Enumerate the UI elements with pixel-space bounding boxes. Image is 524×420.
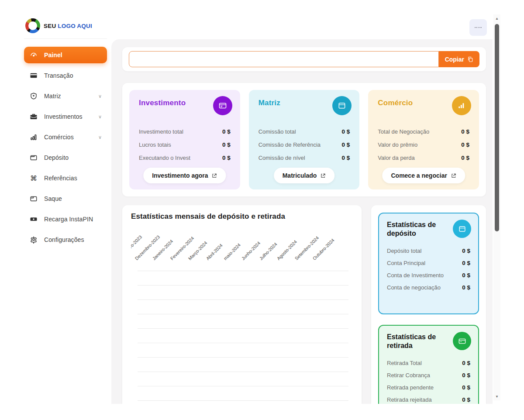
stat-row: Comissão total0 $ [259, 128, 350, 135]
x-axis-label: Abril-2024 [205, 243, 223, 261]
bar-chart-icon [29, 133, 38, 141]
external-link-icon [320, 173, 326, 179]
stat-value: 0 $ [461, 128, 469, 135]
sidebar-item-referencias[interactable]: ⌘ Referências [24, 170, 107, 186]
sidebar-item-label: Depósito [44, 154, 69, 161]
sidebar-item-label: Referências [44, 175, 77, 182]
copy-icon [467, 56, 473, 62]
sidebar-item-recarga-instapin[interactable]: Recarga InstaPIN [24, 211, 107, 227]
calendar-card-icon [453, 220, 471, 238]
wallet-icon [29, 153, 38, 162]
page-scrollbar[interactable]: ▲ ▼ [493, 14, 500, 400]
sidebar-divider [24, 38, 107, 39]
stat-label: Comissão total [259, 128, 296, 135]
stat-row: Retirada rejeitada0 $ [387, 396, 470, 403]
sidebar-item-label: Matriz [44, 93, 61, 100]
scroll-down-arrow-icon[interactable]: ▼ [493, 393, 500, 399]
brand-logo-text: SEU LOGO AQUI [44, 23, 92, 29]
credit-card-icon [213, 96, 232, 115]
sidebar: Painel Transação Matriz ∨ Investimentos [0, 39, 111, 420]
monthly-stats-chart: Estatísticas mensais de depósito e retir… [122, 205, 362, 404]
copy-button-label: Copiar [445, 56, 464, 63]
sidebar-item-label: Saque [44, 195, 62, 202]
scrollbar-thumb[interactable] [495, 24, 499, 231]
stat-label: Comissão de Referência [259, 141, 321, 148]
start-trading-button[interactable]: Comece a negociar [382, 168, 465, 183]
stat-value: 0 $ [462, 260, 470, 266]
stat-label: Retirada rejeitada [387, 396, 432, 403]
sidebar-item-label: Painel [44, 52, 62, 59]
sidebar-item-configuracoes[interactable]: Configurações [24, 231, 107, 248]
app-window: SEU LOGO AQUI Painel Transação [0, 0, 524, 420]
stat-row: Retirada Total0 $ [387, 360, 470, 366]
stat-row: Comissão de Referência0 $ [259, 141, 350, 148]
button-label: Investimento agora [152, 172, 208, 179]
gauge-icon [29, 51, 38, 59]
sidebar-item-investimentos[interactable]: Investimentos ∨ [24, 108, 107, 125]
stat-row: Retirar Cobrança0 $ [387, 372, 470, 379]
stat-label: Executando o Invest [139, 155, 190, 161]
sidebar-item-saque[interactable]: Saque [24, 190, 107, 207]
stat-label: Conta de negociação [387, 284, 441, 291]
invest-now-button[interactable]: Investimento agora [143, 168, 226, 183]
main-content: Copiar Investimento Investimento total0 … [111, 39, 493, 404]
header-menu-button[interactable] [469, 19, 487, 36]
stat-label: Comissão de nível [259, 155, 305, 161]
chevron-down-icon: ∨ [98, 114, 102, 120]
stat-row: Lucros totais0 $ [139, 141, 231, 148]
stat-label: Investimento total [139, 128, 183, 135]
stat-row: Total de Negociação0 $ [378, 128, 469, 135]
stat-row: Comissão de nível0 $ [259, 155, 350, 161]
stat-row: Conta Principal0 $ [387, 260, 470, 266]
stat-value: 0 $ [462, 272, 470, 279]
stat-value: 0 $ [462, 284, 470, 291]
stat-label: Retirada Total [387, 360, 422, 366]
stat-row: Retirada pendente0 $ [387, 384, 470, 391]
card-comercio: Comércio Total de Negociação0 $ Valor do… [368, 90, 479, 189]
brand-logo: SEU LOGO AQUI [25, 18, 92, 33]
external-link-icon [451, 173, 456, 179]
chevron-down-icon: ∨ [98, 93, 102, 99]
stat-row: Valor da perda0 $ [378, 155, 469, 161]
copy-button[interactable]: Copiar [439, 51, 479, 67]
sidebar-item-matriz[interactable]: Matriz ∨ [24, 88, 107, 104]
stat-value: 0 $ [462, 372, 470, 379]
sidebar-item-label: Investimentos [44, 113, 83, 120]
stat-value: 0 $ [461, 141, 469, 148]
sidebar-item-transacao[interactable]: Transação [24, 67, 107, 84]
shield-plus-icon [29, 92, 38, 100]
stat-label: Conta Principal [387, 260, 425, 266]
x-axis-label: Julho-2024 [258, 241, 278, 261]
sidebar-item-painel[interactable]: Painel [24, 47, 107, 63]
briefcase-icon [29, 112, 38, 121]
sidebar-item-comercios[interactable]: Comércios ∨ [24, 129, 107, 145]
button-label: Comece a negociar [391, 172, 447, 179]
side-stats-panel: Estatísticas de depósito Depósito total0… [371, 205, 486, 404]
stat-label: Valor da perda [378, 155, 414, 161]
x-axis-label: Junho-2024 [240, 240, 261, 261]
chevron-down-icon: ∨ [98, 134, 102, 140]
external-link-icon [212, 173, 217, 179]
stat-label: Retirar Cobrança [387, 372, 430, 379]
scroll-up-arrow-icon[interactable]: ▲ [493, 15, 500, 21]
chart-title: Estatísticas mensais de depósito e retir… [131, 212, 353, 221]
card-matriz: Matriz Comissão total0 $ Comissão de Ref… [249, 90, 360, 189]
brand-logo-icon [25, 18, 40, 33]
command-icon: ⌘ [29, 174, 38, 182]
credit-card-icon [29, 71, 38, 80]
sidebar-item-label: Configurações [44, 236, 84, 243]
card-title: Estatísticas de depósito [387, 220, 444, 238]
stat-row: Investimento total0 $ [139, 128, 231, 135]
stat-value: 0 $ [462, 360, 470, 366]
enrolled-button[interactable]: Matriculado [274, 168, 335, 183]
stat-row: Executando o Invest0 $ [139, 155, 231, 161]
brand-suffix: LOGO AQUI [58, 23, 92, 29]
stat-row: Depósito total0 $ [387, 248, 470, 254]
referral-link-input[interactable] [129, 51, 439, 67]
sidebar-item-label: Transação [44, 72, 73, 79]
sidebar-item-deposito[interactable]: Depósito [24, 149, 107, 166]
stat-value: 0 $ [342, 155, 350, 161]
stat-value: 0 $ [462, 384, 470, 391]
deposit-stats-card: Estatísticas de depósito Depósito total0… [378, 213, 479, 314]
stat-row: Valor do prêmio0 $ [378, 141, 469, 148]
